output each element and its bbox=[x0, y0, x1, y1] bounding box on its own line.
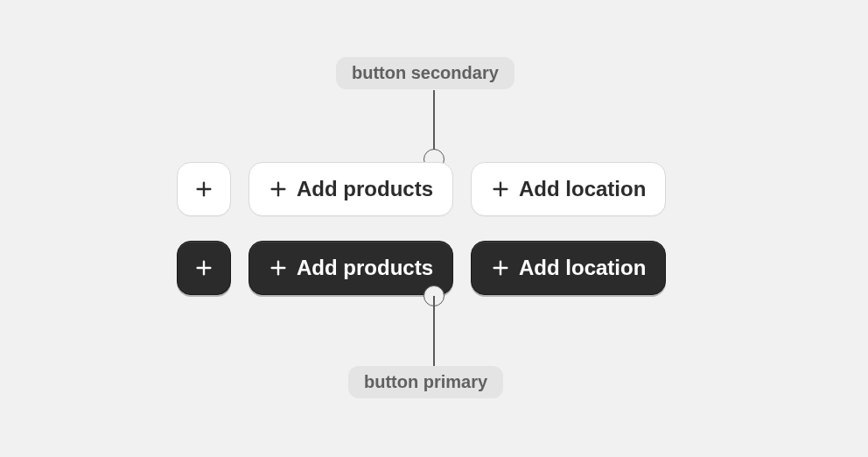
plus-icon bbox=[194, 179, 214, 199]
secondary-add-location-button[interactable]: Add location bbox=[471, 162, 666, 216]
button-label: Add location bbox=[519, 177, 646, 201]
button-label: Add products bbox=[297, 256, 433, 280]
plus-icon bbox=[269, 179, 288, 199]
plus-icon bbox=[491, 179, 510, 199]
secondary-row: Add products Add location bbox=[177, 162, 666, 216]
primary-row: Add products Add location bbox=[177, 241, 666, 295]
plus-icon bbox=[491, 258, 510, 278]
button-label: Add products bbox=[297, 177, 433, 201]
label-secondary: button secondary bbox=[336, 57, 514, 89]
primary-add-icon-button[interactable] bbox=[177, 241, 231, 295]
secondary-add-icon-button[interactable] bbox=[177, 162, 231, 216]
primary-add-location-button[interactable]: Add location bbox=[471, 241, 666, 295]
secondary-add-products-button[interactable]: Add products bbox=[248, 162, 453, 216]
plus-icon bbox=[269, 258, 288, 278]
label-primary: button primary bbox=[348, 366, 503, 398]
plus-icon bbox=[194, 258, 214, 278]
connector-line-bottom bbox=[433, 296, 435, 366]
button-label: Add location bbox=[519, 256, 646, 280]
primary-add-products-button[interactable]: Add products bbox=[248, 241, 453, 295]
diagram-canvas: button secondary Add products Add locati… bbox=[0, 0, 868, 457]
